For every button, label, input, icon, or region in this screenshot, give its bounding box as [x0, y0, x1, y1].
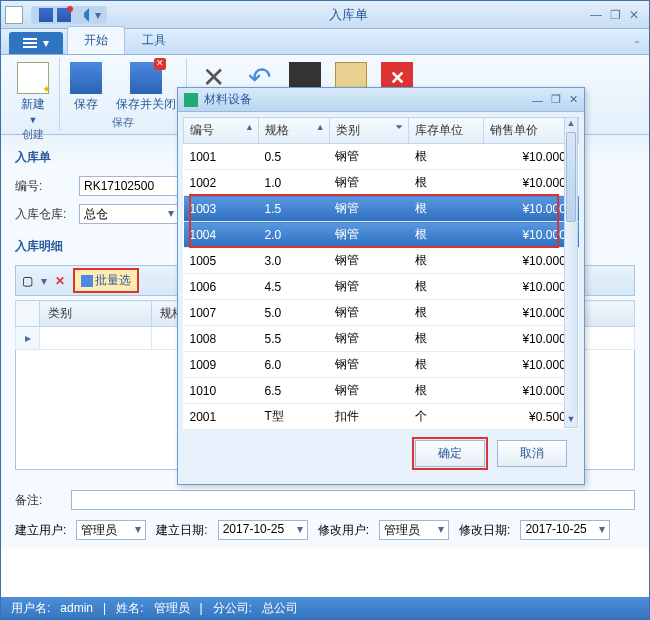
table-row[interactable]: 10064.5钢管根¥10.0000: [184, 274, 579, 300]
qat-save-close-icon[interactable]: [57, 8, 71, 22]
dialog-maximize-button[interactable]: ❐: [551, 93, 561, 106]
table-row[interactable]: 10042.0钢管根¥10.0000: [184, 222, 579, 248]
remark-field[interactable]: [71, 490, 635, 510]
dialog-scrollbar[interactable]: ▲ ▼: [564, 117, 578, 428]
warehouse-label: 入库仓库:: [15, 206, 71, 223]
ribbon-collapse-icon[interactable]: ˆ: [635, 40, 639, 54]
create-user-select[interactable]: 管理员: [76, 520, 146, 540]
id-label: 编号:: [15, 178, 71, 195]
col-category[interactable]: 类别: [40, 301, 152, 327]
table-row[interactable]: 10021.0钢管根¥10.0000: [184, 170, 579, 196]
quick-access-toolbar: ▾: [31, 6, 107, 24]
ok-button[interactable]: 确定: [415, 440, 485, 467]
table-row[interactable]: 10031.5钢管根¥10.0000: [184, 196, 579, 222]
detail-new-icon[interactable]: ▢: [18, 272, 37, 290]
group-label-save: 保存: [112, 115, 134, 130]
app-icon: [5, 6, 23, 24]
tab-start[interactable]: 开始: [67, 26, 125, 54]
dialog-minimize-button[interactable]: —: [532, 94, 543, 106]
modify-user-label: 修改用户:: [318, 522, 369, 539]
tab-tools[interactable]: 工具: [125, 26, 183, 54]
create-date-label: 建立日期:: [156, 522, 207, 539]
create-date-picker[interactable]: 2017-10-25: [218, 520, 308, 540]
save-icon: [70, 62, 102, 94]
dialog-titlebar[interactable]: 材料设备 — ❐ ✕: [178, 88, 584, 112]
filter-icon[interactable]: ⏷: [395, 122, 404, 132]
sort-asc-icon: ▲: [245, 122, 254, 132]
dialog-title: 材料设备: [204, 91, 524, 108]
status-name: 管理员: [154, 600, 190, 617]
sort-asc-icon: ▲: [316, 122, 325, 132]
status-user: admin: [60, 601, 93, 615]
table-row[interactable]: 10085.5钢管根¥10.0000: [184, 326, 579, 352]
new-button[interactable]: 新建▼: [13, 60, 53, 127]
id-field[interactable]: [79, 176, 179, 196]
status-branch-label: 分公司:: [213, 600, 252, 617]
table-row[interactable]: 10075.0钢管根¥10.0000: [184, 300, 579, 326]
detail-delete-icon[interactable]: ✕: [51, 272, 69, 290]
titlebar: ▾ 入库单 — ❐ ✕: [1, 1, 649, 29]
status-user-label: 用户名:: [11, 600, 50, 617]
scroll-thumb[interactable]: [566, 132, 576, 222]
scroll-down-icon[interactable]: ▼: [565, 414, 577, 427]
menu-icon: [23, 38, 37, 48]
dialog-close-button[interactable]: ✕: [569, 93, 578, 106]
material-grid[interactable]: 编号▲ 规格▲ 类别⏷ 库存单位 销售单价 10010.5钢管根¥10.0000…: [183, 117, 579, 430]
table-row[interactable]: 10096.0钢管根¥10.0000: [184, 352, 579, 378]
qat-dropdown-icon[interactable]: ▾: [95, 8, 101, 22]
batch-select-icon: [81, 275, 93, 287]
col-code[interactable]: 编号▲: [184, 118, 259, 144]
warehouse-select[interactable]: 总仓: [79, 204, 179, 224]
remark-label: 备注:: [15, 492, 71, 509]
audit-row: 建立用户: 管理员 建立日期: 2017-10-25 修改用户: 管理员 修改日…: [15, 520, 635, 540]
table-row[interactable]: 10106.5钢管根¥10.0000: [184, 378, 579, 404]
restore-button[interactable]: ❐: [610, 8, 621, 22]
close-button[interactable]: ✕: [629, 8, 639, 22]
qat-save-icon[interactable]: [39, 8, 53, 22]
save-button[interactable]: 保存: [66, 60, 106, 115]
cancel-button[interactable]: 取消: [497, 440, 567, 467]
modify-date-picker[interactable]: 2017-10-25: [520, 520, 610, 540]
ribbon-group-create: 新建▼ 创建: [7, 58, 60, 131]
ribbon-tabs: ▾ 开始 工具 ˆ: [1, 29, 649, 55]
new-icon: [17, 62, 49, 94]
save-close-icon: [130, 62, 162, 94]
qat-undo-icon[interactable]: [75, 8, 89, 22]
status-name-label: 姓名:: [116, 600, 143, 617]
table-row[interactable]: 2001T型扣件个¥0.5000: [184, 404, 579, 430]
col-spec[interactable]: 规格▲: [259, 118, 330, 144]
remark-row: 备注:: [15, 490, 635, 510]
material-dialog: 材料设备 — ❐ ✕ 编号▲ 规格▲ 类别⏷ 库存单位 销售单价 10010.5…: [177, 87, 585, 485]
col-cat[interactable]: 类别⏷: [329, 118, 408, 144]
batch-select-button[interactable]: 批量选: [73, 268, 139, 293]
minimize-button[interactable]: —: [590, 8, 602, 22]
modify-user-select[interactable]: 管理员: [379, 520, 449, 540]
window-title: 入库单: [107, 6, 590, 24]
dialog-icon: [184, 93, 198, 107]
modify-date-label: 修改日期:: [459, 522, 510, 539]
app-menu-button[interactable]: ▾: [9, 32, 63, 54]
group-label-create: 创建: [22, 127, 44, 142]
save-close-button[interactable]: 保存并关闭: [112, 60, 180, 115]
status-bar: 用户名:admin | 姓名:管理员 | 分公司:总公司: [1, 597, 649, 619]
table-row[interactable]: 10010.5钢管根¥10.0000: [184, 144, 579, 170]
col-unit[interactable]: 库存单位: [409, 118, 484, 144]
create-user-label: 建立用户:: [15, 522, 66, 539]
scroll-up-icon[interactable]: ▲: [565, 118, 577, 131]
ribbon-group-save: 保存 保存并关闭 保存: [60, 58, 187, 131]
table-row[interactable]: 10053.0钢管根¥10.0000: [184, 248, 579, 274]
status-branch: 总公司: [262, 600, 298, 617]
